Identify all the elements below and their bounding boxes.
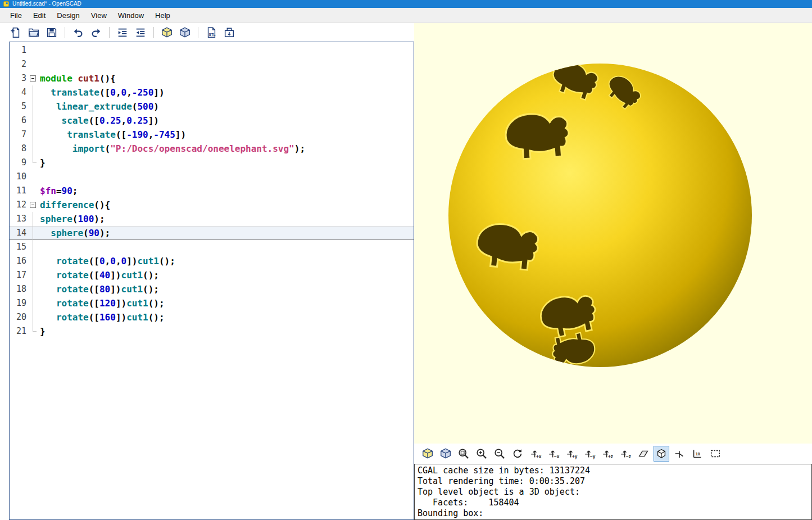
viewport-toolbar: +x−x+y−y+z−z10	[414, 444, 812, 464]
axis-plus-z-icon: +z	[601, 447, 614, 460]
code-line-14[interactable]: 14 sphere(90);	[10, 226, 414, 240]
view-minus-y-button[interactable]: −y	[582, 446, 597, 462]
svg-text:10: 10	[696, 451, 700, 456]
toolbar-separator	[65, 27, 65, 38]
code-line-13[interactable]: 13sphere(100);	[10, 212, 414, 226]
fold-marker[interactable]	[29, 198, 38, 212]
titlebar[interactable]: Untitled.scad* - OpenSCAD	[0, 0, 812, 8]
view-minus-x-button[interactable]: −x	[546, 446, 561, 462]
fold-margin	[29, 324, 38, 338]
code-line-2[interactable]: 2	[10, 57, 414, 71]
fold-margin	[29, 43, 38, 57]
code-line-17[interactable]: 17 rotate([40])cut1();	[10, 268, 414, 282]
line-number: 19	[10, 296, 29, 310]
unindent-icon	[116, 26, 129, 39]
save-file-button[interactable]	[44, 25, 60, 40]
code-line-20[interactable]: 20 rotate([160])cut1();	[10, 310, 414, 324]
code-editor[interactable]: 123module cut1(){4 translate([0,0,-250])…	[9, 42, 414, 520]
console-line: Bounding box:	[418, 508, 809, 519]
code-line-3[interactable]: 3module cut1(){	[10, 71, 414, 85]
menu-file[interactable]: File	[4, 9, 28, 22]
code-line-8[interactable]: 8 import("P:/Docs/openscad/oneelephant.s…	[10, 142, 414, 156]
menu-view[interactable]: View	[85, 9, 112, 22]
code-line-21[interactable]: 21}	[10, 324, 414, 338]
line-number: 6	[10, 114, 29, 128]
unindent-button[interactable]	[115, 25, 130, 40]
save-icon	[46, 26, 58, 39]
fold-marker[interactable]	[29, 71, 38, 85]
render-button[interactable]	[438, 446, 453, 462]
show-crosshairs-button[interactable]	[672, 446, 687, 462]
line-number: 11	[10, 184, 29, 198]
code-text: difference(){	[38, 198, 414, 212]
code-line-18[interactable]: 18 rotate([80])cut1();	[10, 282, 414, 296]
code-text: sphere(100);	[38, 212, 414, 226]
fold-margin	[29, 57, 38, 71]
new-file-button[interactable]	[8, 25, 24, 40]
orthographic-button[interactable]	[654, 446, 669, 462]
export-stl-button[interactable]: STL	[203, 25, 219, 40]
fold-margin	[29, 268, 38, 282]
indent-icon	[134, 26, 147, 39]
line-number: 5	[10, 100, 29, 114]
undo-button[interactable]	[70, 25, 86, 40]
view-plus-x-button[interactable]: +x	[528, 446, 543, 462]
code-line-11[interactable]: 11$fn=90;	[10, 184, 414, 198]
code-text: rotate([80])cut1();	[38, 282, 414, 296]
line-number: 17	[10, 268, 29, 282]
menu-edit[interactable]: Edit	[28, 9, 51, 22]
svg-text:+x: +x	[536, 454, 542, 459]
code-line-10[interactable]: 10	[10, 170, 414, 184]
code-line-7[interactable]: 7 translate([-190,-745])	[10, 128, 414, 142]
fold-margin	[29, 212, 38, 226]
axis-plus-x-icon: +x	[529, 447, 542, 460]
code-text: rotate([0,0,0])cut1();	[38, 254, 414, 268]
3d-viewport[interactable]	[414, 23, 812, 444]
code-text: import("P:/Docs/openscad/oneelephant.svg…	[38, 142, 414, 156]
zoom-all-button[interactable]	[456, 446, 471, 462]
perspective-button[interactable]	[636, 446, 651, 462]
code-line-12[interactable]: 12difference(){	[10, 198, 414, 212]
code-text: }	[38, 156, 414, 170]
code-line-4[interactable]: 4 translate([0,0,-250])	[10, 85, 414, 100]
menu-window[interactable]: Window	[112, 9, 149, 22]
code-line-6[interactable]: 6 scale([0.25,0.25])	[10, 114, 414, 128]
show-scale-markers-button[interactable]: 10	[689, 446, 705, 462]
view-plus-z-button[interactable]: +z	[600, 446, 615, 462]
open-file-button[interactable]	[26, 25, 42, 40]
preview-button[interactable]	[159, 25, 175, 40]
redo-button[interactable]	[88, 25, 104, 40]
zoom-in-button[interactable]	[474, 446, 489, 462]
code-line-1[interactable]: 1	[10, 43, 414, 57]
preview-button[interactable]	[420, 446, 436, 462]
code-line-9[interactable]: 9}	[10, 156, 414, 170]
menu-help[interactable]: Help	[149, 9, 176, 22]
code-text: sphere(90);	[38, 226, 414, 240]
code-line-19[interactable]: 19 rotate([120])cut1();	[10, 296, 414, 310]
line-number: 14	[10, 226, 29, 240]
code-line-15[interactable]: 15	[10, 240, 414, 254]
line-number: 4	[10, 85, 29, 100]
menu-design[interactable]: Design	[51, 9, 85, 22]
line-number: 8	[10, 142, 29, 156]
view-minus-z-button[interactable]: −z	[618, 446, 633, 462]
svg-text:+z: +z	[608, 454, 613, 459]
view-plus-y-button[interactable]: +y	[564, 446, 579, 462]
redo-icon	[90, 26, 102, 39]
console-log[interactable]: CGAL cache size in bytes: 13137224Total …	[414, 464, 812, 520]
reset-view-button[interactable]	[510, 446, 525, 462]
print-model-button[interactable]	[221, 25, 237, 40]
render-button[interactable]	[177, 25, 193, 40]
line-number: 15	[10, 240, 29, 254]
code-line-5[interactable]: 5 linear_extrude(500)	[10, 100, 414, 114]
zoom-out-icon	[493, 447, 506, 460]
zoom-out-button[interactable]	[492, 446, 507, 462]
code-text: rotate([40])cut1();	[38, 268, 414, 282]
editor-lines: 123module cut1(){4 translate([0,0,-250])…	[10, 43, 414, 338]
axis-minus-x-icon: −x	[547, 447, 560, 460]
code-line-16[interactable]: 16 rotate([0,0,0])cut1();	[10, 254, 414, 268]
indent-button[interactable]	[133, 25, 148, 40]
code-text: rotate([120])cut1();	[38, 296, 414, 310]
orthographic-icon	[655, 447, 668, 460]
view-all-button[interactable]	[707, 446, 723, 462]
